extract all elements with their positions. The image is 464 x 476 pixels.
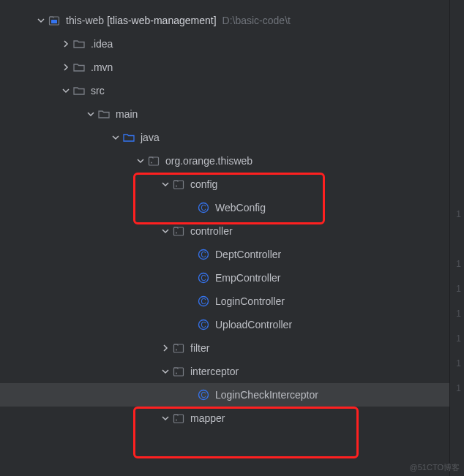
class-icon bbox=[196, 388, 211, 402]
package-icon bbox=[171, 341, 186, 355]
node-label: .idea bbox=[91, 38, 113, 50]
chevron-down-icon[interactable] bbox=[35, 15, 47, 26]
node-label: config bbox=[190, 178, 217, 190]
tree-row-config[interactable]: config bbox=[0, 173, 464, 196]
source-folder-icon bbox=[121, 130, 136, 145]
node-label: filter bbox=[190, 342, 209, 354]
node-label: .mvn bbox=[91, 61, 113, 73]
tree-row-src[interactable]: src bbox=[0, 79, 464, 102]
project-tree: this-web [tlias-web-management] D:\basic… bbox=[0, 0, 464, 430]
node-label: org.orange.thisweb bbox=[165, 155, 252, 167]
folder-icon bbox=[72, 60, 86, 75]
tree-row-interceptor[interactable]: interceptor bbox=[0, 360, 464, 383]
tree-row-package-root[interactable]: org.orange.thisweb bbox=[0, 149, 464, 173]
folder-icon bbox=[72, 83, 86, 98]
tree-row-empcontroller[interactable]: EmpController bbox=[0, 266, 464, 290]
chevron-down-icon[interactable] bbox=[160, 412, 171, 424]
chevron-right-icon[interactable] bbox=[60, 38, 72, 50]
package-icon bbox=[146, 154, 161, 168]
chevron-down-icon[interactable] bbox=[135, 155, 146, 167]
gutter-number: 1 bbox=[456, 358, 461, 369]
node-label: LoginCheckInterceptor bbox=[215, 389, 318, 401]
gutter-number: 1 bbox=[456, 383, 461, 393]
node-label: interceptor bbox=[190, 366, 239, 377]
package-icon bbox=[171, 411, 186, 426]
gutter-number: 1 bbox=[456, 209, 461, 219]
node-label: EmpController bbox=[215, 272, 280, 284]
tree-row-root[interactable]: this-web [tlias-web-management] D:\basic… bbox=[0, 9, 464, 32]
package-icon bbox=[171, 177, 186, 192]
package-icon bbox=[171, 364, 186, 379]
chevron-right-icon[interactable] bbox=[60, 61, 72, 73]
tree-row-main[interactable]: main bbox=[0, 102, 464, 126]
editor-gutter: 1 1 1 1 1 1 1 bbox=[449, 0, 464, 476]
watermark: @51CTO博客 bbox=[410, 462, 460, 473]
tree-row-logincheckinterceptor[interactable]: LoginCheckInterceptor bbox=[0, 383, 464, 407]
node-label: mapper bbox=[190, 412, 225, 424]
node-label: DeptController bbox=[215, 249, 281, 260]
chevron-down-icon[interactable] bbox=[60, 85, 72, 97]
chevron-down-icon[interactable] bbox=[160, 225, 171, 237]
tree-row-logincontroller[interactable]: LoginController bbox=[0, 290, 464, 313]
class-icon bbox=[196, 200, 211, 215]
folder-icon bbox=[72, 37, 86, 51]
class-icon bbox=[196, 271, 211, 285]
class-icon bbox=[196, 317, 211, 332]
node-label: java bbox=[141, 132, 160, 143]
tree-row-mapper[interactable]: mapper bbox=[0, 407, 464, 430]
class-icon bbox=[196, 294, 211, 309]
package-icon bbox=[171, 224, 186, 238]
chevron-down-icon[interactable] bbox=[110, 132, 121, 143]
folder-icon bbox=[97, 107, 111, 121]
node-label: src bbox=[91, 85, 105, 97]
chevron-right-icon[interactable] bbox=[160, 342, 171, 354]
root-bracket: [tlias-web-management] bbox=[107, 15, 216, 26]
tree-row-deptcontroller[interactable]: DeptController bbox=[0, 243, 464, 266]
gutter-number: 1 bbox=[456, 284, 461, 294]
root-path-hint: D:\basic-code\t bbox=[222, 15, 291, 26]
chevron-down-icon[interactable] bbox=[85, 108, 97, 120]
tree-row-java[interactable]: java bbox=[0, 126, 464, 149]
tree-row-webconfig[interactable]: WebConfig bbox=[0, 196, 464, 219]
tree-row-controller[interactable]: controller bbox=[0, 219, 464, 243]
class-icon bbox=[196, 247, 211, 262]
tree-row-filter[interactable]: filter bbox=[0, 336, 464, 360]
gutter-number: 1 bbox=[456, 259, 461, 269]
node-label: UploadController bbox=[215, 319, 292, 330]
root-label: this-web bbox=[66, 15, 104, 26]
node-label: main bbox=[116, 108, 138, 120]
tree-row-mvn[interactable]: .mvn bbox=[0, 56, 464, 79]
gutter-number: 1 bbox=[456, 309, 461, 319]
node-label: LoginController bbox=[215, 295, 285, 307]
tree-row-idea[interactable]: .idea bbox=[0, 32, 464, 56]
chevron-down-icon[interactable] bbox=[160, 366, 171, 377]
node-label: WebConfig bbox=[215, 202, 266, 214]
tree-row-uploadcontroller[interactable]: UploadController bbox=[0, 313, 464, 336]
chevron-down-icon[interactable] bbox=[160, 178, 171, 190]
node-label: controller bbox=[190, 225, 233, 237]
module-icon bbox=[47, 13, 61, 28]
gutter-number: 1 bbox=[456, 333, 461, 344]
